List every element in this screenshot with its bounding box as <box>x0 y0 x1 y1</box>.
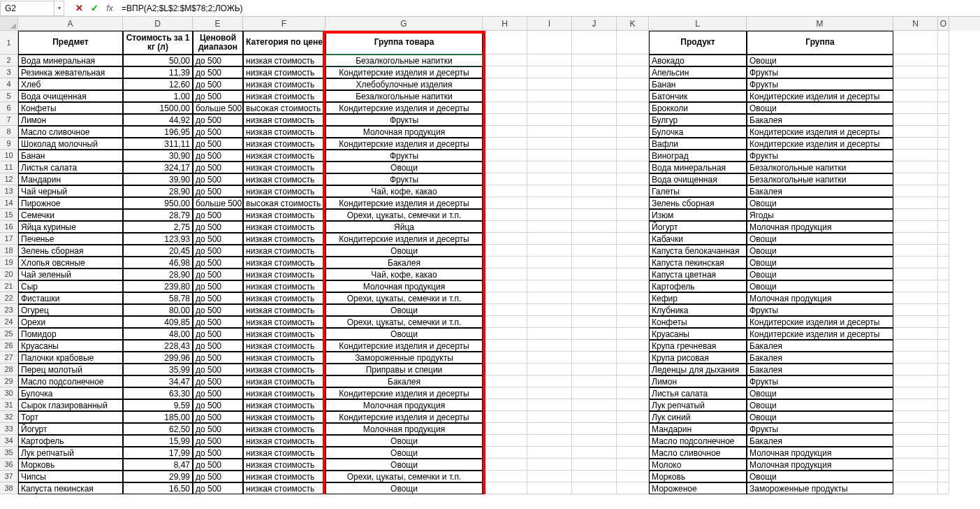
cell[interactable]: Овощи <box>326 435 483 447</box>
cell[interactable]: Капуста пекинская <box>18 482 123 494</box>
cell[interactable] <box>483 316 527 328</box>
col-header-A[interactable]: A <box>18 17 123 31</box>
cell[interactable]: 11,39 <box>123 66 193 78</box>
cell[interactable]: Фрукты <box>326 114 483 126</box>
cell[interactable]: Чай, кофе, какао <box>326 185 483 197</box>
row-header[interactable]: 34 <box>0 435 18 447</box>
cell[interactable] <box>617 292 649 304</box>
col-header-D[interactable]: D <box>123 17 193 31</box>
cell[interactable] <box>938 292 949 304</box>
cell[interactable]: Овощи <box>747 257 893 268</box>
cell[interactable]: Кондитерские изделия и десерты <box>326 411 483 423</box>
cell[interactable] <box>572 280 617 292</box>
cell[interactable]: Мандарин <box>18 173 123 185</box>
cell[interactable]: 39,90 <box>123 173 193 185</box>
cell[interactable]: Кефир <box>649 292 747 304</box>
cell[interactable] <box>893 375 938 387</box>
cell[interactable]: до 500 <box>193 292 243 304</box>
cell[interactable] <box>617 459 649 471</box>
cell[interactable] <box>617 268 649 280</box>
cell[interactable] <box>938 55 949 66</box>
cell[interactable] <box>483 78 527 90</box>
cell[interactable] <box>617 55 649 66</box>
cell[interactable]: низкая стоимость <box>243 435 326 447</box>
cell[interactable]: Кондитерские изделия и десерты <box>747 126 893 138</box>
cell[interactable]: до 500 <box>193 482 243 494</box>
cell[interactable] <box>938 185 949 197</box>
cell[interactable]: Печенье <box>18 233 123 245</box>
cell[interactable]: низкая стоимость <box>243 352 326 364</box>
cell[interactable]: низкая стоимость <box>243 304 326 316</box>
cell[interactable]: Изюм <box>649 209 747 221</box>
cell[interactable]: Зелень сборная <box>649 197 747 209</box>
cell[interactable]: Фрукты <box>747 304 893 316</box>
cell[interactable] <box>893 209 938 221</box>
col-header-F[interactable]: F <box>243 17 326 31</box>
row-header[interactable]: 15 <box>0 209 18 221</box>
cell[interactable]: Овощи <box>747 471 893 482</box>
row-header[interactable]: 7 <box>0 114 18 126</box>
cell[interactable]: 311,11 <box>123 138 193 150</box>
cell[interactable] <box>527 411 572 423</box>
cell[interactable] <box>527 173 572 185</box>
cell[interactable] <box>483 352 527 364</box>
cell[interactable] <box>617 245 649 257</box>
cell[interactable]: низкая стоимость <box>243 173 326 185</box>
cell[interactable] <box>572 162 617 173</box>
cell[interactable] <box>527 364 572 375</box>
cell[interactable] <box>938 114 949 126</box>
cell[interactable] <box>572 340 617 352</box>
cell[interactable] <box>893 316 938 328</box>
cell[interactable]: больше 500 <box>193 102 243 114</box>
cell[interactable]: Безалкогольные напитки <box>747 173 893 185</box>
cell[interactable]: Круасаны <box>18 340 123 352</box>
cell[interactable]: Молочная продукция <box>747 292 893 304</box>
cell[interactable]: Молоко <box>649 459 747 471</box>
cell[interactable]: Фрукты <box>747 423 893 435</box>
cell[interactable]: низкая стоимость <box>243 423 326 435</box>
cell[interactable]: Кондитерские изделия и десерты <box>326 233 483 245</box>
row-header[interactable]: 12 <box>0 173 18 185</box>
cell[interactable]: Конфеты <box>649 316 747 328</box>
cell[interactable]: Чипсы <box>18 471 123 482</box>
cell[interactable]: 44,92 <box>123 114 193 126</box>
cell[interactable]: до 500 <box>193 150 243 162</box>
cell[interactable] <box>938 304 949 316</box>
cell[interactable] <box>527 138 572 150</box>
cell[interactable] <box>938 138 949 150</box>
cell[interactable] <box>617 197 649 209</box>
cell[interactable] <box>527 328 572 340</box>
cell[interactable] <box>938 280 949 292</box>
cell[interactable] <box>527 102 572 114</box>
cell[interactable]: Сырок глазированный <box>18 399 123 411</box>
cell[interactable] <box>893 268 938 280</box>
cell[interactable] <box>617 340 649 352</box>
cell[interactable]: 123,93 <box>123 233 193 245</box>
cell[interactable] <box>527 197 572 209</box>
cell[interactable]: Лук репчатый <box>18 447 123 459</box>
cell[interactable] <box>572 90 617 102</box>
cell[interactable]: до 500 <box>193 233 243 245</box>
cell[interactable] <box>483 280 527 292</box>
cell[interactable]: до 500 <box>193 340 243 352</box>
cell[interactable]: Галеты <box>649 185 747 197</box>
cell[interactable]: Шоколад молочный <box>18 138 123 150</box>
cell[interactable] <box>572 352 617 364</box>
cell[interactable] <box>938 162 949 173</box>
row-header[interactable]: 26 <box>0 340 18 352</box>
cell[interactable]: Овощи <box>747 268 893 280</box>
cell[interactable]: Молочная продукция <box>747 459 893 471</box>
cell[interactable] <box>483 221 527 233</box>
cell[interactable]: 46,98 <box>123 257 193 268</box>
cell[interactable] <box>527 150 572 162</box>
confirm-button[interactable]: ✓ <box>87 1 102 16</box>
cell[interactable] <box>938 316 949 328</box>
cell[interactable]: 1,00 <box>123 90 193 102</box>
cell[interactable]: до 500 <box>193 126 243 138</box>
cell[interactable]: Масло подсолнечное <box>649 435 747 447</box>
cell[interactable] <box>527 209 572 221</box>
row-header[interactable]: 10 <box>0 150 18 162</box>
cell[interactable] <box>483 197 527 209</box>
row-header[interactable]: 5 <box>0 90 18 102</box>
cell[interactable]: низкая стоимость <box>243 138 326 150</box>
